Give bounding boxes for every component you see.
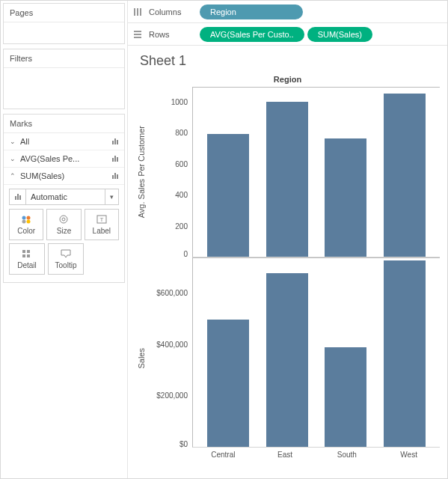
svg-point-3 <box>27 220 31 224</box>
bar[interactable] <box>325 138 366 257</box>
pages-header: Pages <box>4 4 124 22</box>
y-ticks-1: 10008006004002000 <box>147 87 192 257</box>
dropdown-arrow-icon: ▾ <box>105 189 118 204</box>
chart-2-grid: $600,000$400,000$200,000$0 <box>147 257 440 448</box>
svg-rect-17 <box>134 37 141 38</box>
marks-row-avg[interactable]: ⌄AVG(Sales Pe... <box>4 150 124 168</box>
rows-shelf-label: Rows <box>149 30 194 39</box>
y-axis-label-1: Avg. Sales Per Customer <box>135 87 147 257</box>
pill-avg-sales-per-customer[interactable]: AVG(Sales Per Custo.. <box>200 27 304 42</box>
columns-shelf-label: Columns <box>149 7 194 16</box>
pill-sum-sales[interactable]: SUM(Sales) <box>307 27 372 42</box>
detail-card[interactable]: Detail <box>9 243 45 275</box>
category-label: East <box>254 448 316 459</box>
mark-cards-row1: Color Size T Label <box>9 209 119 240</box>
svg-rect-8 <box>22 250 25 253</box>
svg-rect-9 <box>27 250 30 253</box>
plot-area-1[interactable] <box>192 87 440 257</box>
chevron-down-icon: ⌄ <box>10 155 16 162</box>
category-label: South <box>316 448 378 459</box>
app-root: Pages Filters Marks ⌄All ⌄AVG(Sales Pe..… <box>0 0 448 479</box>
rows-shelf[interactable]: Rows AVG(Sales Per Custo.. SUM(Sales) <box>128 23 447 46</box>
svg-point-1 <box>27 216 31 220</box>
mark-type-label: Automatic <box>26 192 105 201</box>
svg-point-0 <box>22 216 26 220</box>
chart-1: Avg. Sales Per Customer 1000800600400200… <box>135 87 440 257</box>
bar-chart-icon <box>112 156 118 162</box>
columns-shelf[interactable]: Columns Region <box>128 1 447 23</box>
bar[interactable] <box>207 320 249 447</box>
category-labels: CentralEastSouthWest <box>192 448 440 459</box>
detail-icon <box>21 248 33 259</box>
label-card[interactable]: T Label <box>85 209 119 240</box>
left-sidebar: Pages Filters Marks ⌄All ⌄AVG(Sales Pe..… <box>1 1 128 478</box>
y-axis-label-2: Sales <box>135 257 147 459</box>
svg-rect-12 <box>134 8 135 16</box>
size-card[interactable]: Size <box>46 209 81 240</box>
bar[interactable] <box>266 273 308 447</box>
bar[interactable] <box>325 347 366 447</box>
category-label: West <box>378 448 440 459</box>
rows-pills: AVG(Sales Per Custo.. SUM(Sales) <box>200 27 372 42</box>
chevron-down-icon: ⌄ <box>10 138 16 145</box>
pill-label: AVG(Sales Per Custo.. <box>210 30 294 39</box>
category-label: Central <box>192 448 254 459</box>
columns-pills: Region <box>200 4 303 19</box>
marks-row-sum[interactable]: ⌃SUM(Sales) <box>4 168 124 185</box>
pages-body[interactable] <box>4 22 124 43</box>
svg-rect-14 <box>140 8 141 16</box>
filters-body[interactable] <box>4 68 124 109</box>
chevron-up-icon: ⌃ <box>10 172 16 180</box>
bar-chart-icon <box>112 173 118 179</box>
color-card[interactable]: Color <box>9 209 43 240</box>
marks-body: ⌄All ⌄AVG(Sales Pe... ⌃SUM(Sales) Automa… <box>4 133 124 282</box>
marks-row-label: AVG(Sales Pe... <box>20 154 79 163</box>
tooltip-card[interactable]: Tooltip <box>48 243 84 275</box>
marks-row-label: SUM(Sales) <box>20 171 64 180</box>
size-icon <box>58 214 70 225</box>
marks-row-label: All <box>20 137 29 146</box>
card-label: Tooltip <box>55 261 77 269</box>
pill-label: Region <box>210 7 236 16</box>
rows-icon <box>132 30 143 39</box>
svg-text:T: T <box>99 216 103 223</box>
chart-1-grid: 10008006004002000 <box>147 87 440 257</box>
bar[interactable] <box>266 102 308 257</box>
card-label: Detail <box>17 261 37 269</box>
y-ticks-2: $600,000$400,000$200,000$0 <box>147 257 192 448</box>
svg-point-2 <box>22 220 26 224</box>
sheet-area: Sheet 1 Region Avg. Sales Per Customer 1… <box>128 46 447 478</box>
pages-panel: Pages <box>3 3 125 44</box>
card-label: Color <box>17 227 35 235</box>
mark-type-select[interactable]: Automatic ▾ <box>9 189 119 205</box>
sheet-title[interactable]: Sheet 1 <box>140 53 440 69</box>
chart-2: Sales $600,000$400,000$200,000$0 Central… <box>135 257 440 459</box>
filters-header: Filters <box>4 49 124 68</box>
svg-rect-16 <box>134 34 141 35</box>
bar[interactable] <box>207 134 249 257</box>
label-icon: T <box>96 214 108 225</box>
bar[interactable] <box>384 260 426 447</box>
svg-rect-11 <box>27 254 30 257</box>
columns-icon <box>132 7 143 16</box>
svg-point-5 <box>62 218 65 221</box>
pill-label: SUM(Sales) <box>318 30 362 39</box>
svg-rect-15 <box>134 31 141 32</box>
bar-chart-icon <box>10 189 26 204</box>
plot-area-2[interactable] <box>192 257 440 448</box>
marks-header: Marks <box>4 115 124 133</box>
marks-panel: Marks ⌄All ⌄AVG(Sales Pe... ⌃SUM(Sales) … <box>3 114 125 283</box>
bar-chart-icon <box>112 138 118 144</box>
color-icon <box>20 214 32 225</box>
bar[interactable] <box>384 94 426 257</box>
pill-region[interactable]: Region <box>200 4 303 19</box>
filters-panel: Filters <box>3 49 125 109</box>
right-area: Columns Region Rows AVG(Sales Per Custo.… <box>128 1 447 478</box>
marks-row-all[interactable]: ⌄All <box>4 133 124 150</box>
card-label: Label <box>93 227 111 235</box>
svg-point-4 <box>60 216 67 223</box>
tooltip-icon <box>60 248 72 259</box>
mark-cards-row2: Detail Tooltip <box>9 243 119 275</box>
svg-rect-13 <box>137 8 138 16</box>
card-label: Size <box>57 227 71 235</box>
